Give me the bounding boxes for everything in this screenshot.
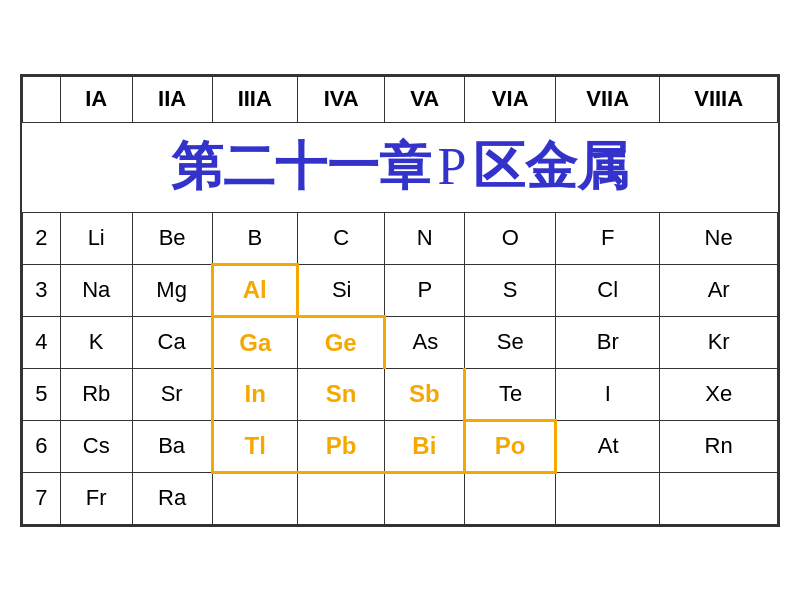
period-7-empty-3 (385, 472, 465, 524)
period-7-empty-1 (212, 472, 298, 524)
period-4-num: 4 (23, 316, 61, 368)
title-row: 第二十一章 P 区金属 (23, 122, 778, 212)
period-4-row: 4 K Ca Ga Ge As Se Br Kr (23, 316, 778, 368)
element-Li: Li (60, 212, 132, 264)
element-Kr: Kr (660, 316, 778, 368)
element-As: As (385, 316, 465, 368)
element-Si: Si (298, 264, 385, 316)
period-2-row: 2 Li Be B C N O F Ne (23, 212, 778, 264)
title-p: P (438, 138, 467, 195)
element-K: K (60, 316, 132, 368)
title-rest: 区金属 (473, 137, 629, 195)
period-7-empty-6 (660, 472, 778, 524)
header-IVA: IVA (298, 76, 385, 122)
period-5-num: 5 (23, 368, 61, 420)
period-7-empty-4 (465, 472, 556, 524)
period-7-empty-5 (556, 472, 660, 524)
header-VIA: VIA (465, 76, 556, 122)
period-3-num: 3 (23, 264, 61, 316)
header-row: IA IIA IIIA IVA VA VIA VIIA VIIIA (23, 76, 778, 122)
period-2-num: 2 (23, 212, 61, 264)
element-Tl: Tl (212, 420, 298, 472)
element-Bi: Bi (385, 420, 465, 472)
element-Ca: Ca (132, 316, 212, 368)
periodic-table-container: IA IIA IIIA IVA VA VIA VIIA VIIIA 第二十一章 … (20, 74, 780, 527)
element-Sn: Sn (298, 368, 385, 420)
element-Ga: Ga (212, 316, 298, 368)
element-Ba: Ba (132, 420, 212, 472)
title-cell: 第二十一章 P 区金属 (23, 122, 778, 212)
element-Ne: Ne (660, 212, 778, 264)
element-At: At (556, 420, 660, 472)
element-S: S (465, 264, 556, 316)
element-Cs: Cs (60, 420, 132, 472)
element-P: P (385, 264, 465, 316)
element-Sb: Sb (385, 368, 465, 420)
header-IIA: IIA (132, 76, 212, 122)
header-IIIA: IIIA (212, 76, 298, 122)
period-7-empty-2 (298, 472, 385, 524)
element-Mg: Mg (132, 264, 212, 316)
element-C: C (298, 212, 385, 264)
period-7-num: 7 (23, 472, 61, 524)
element-Ar: Ar (660, 264, 778, 316)
element-Sr: Sr (132, 368, 212, 420)
element-Pb: Pb (298, 420, 385, 472)
element-I: I (556, 368, 660, 420)
element-F: F (556, 212, 660, 264)
period-7-row: 7 Fr Ra (23, 472, 778, 524)
period-6-num: 6 (23, 420, 61, 472)
periodic-table: IA IIA IIIA IVA VA VIA VIIA VIIIA 第二十一章 … (22, 76, 778, 525)
element-Be: Be (132, 212, 212, 264)
element-Cl: Cl (556, 264, 660, 316)
element-Xe: Xe (660, 368, 778, 420)
element-Po: Po (465, 420, 556, 472)
element-Ra: Ra (132, 472, 212, 524)
element-O: O (465, 212, 556, 264)
header-VIIIA: VIIIA (660, 76, 778, 122)
element-Fr: Fr (60, 472, 132, 524)
period-5-row: 5 Rb Sr In Sn Sb Te I Xe (23, 368, 778, 420)
header-VIIA: VIIA (556, 76, 660, 122)
element-Na: Na (60, 264, 132, 316)
element-Br: Br (556, 316, 660, 368)
element-N: N (385, 212, 465, 264)
element-Rn: Rn (660, 420, 778, 472)
element-Te: Te (465, 368, 556, 420)
element-Se: Se (465, 316, 556, 368)
header-VA: VA (385, 76, 465, 122)
period-6-row: 6 Cs Ba Tl Pb Bi Po At Rn (23, 420, 778, 472)
element-Al: Al (212, 264, 298, 316)
element-Rb: Rb (60, 368, 132, 420)
title-chinese: 第二十一章 (171, 137, 431, 195)
element-Ge: Ge (298, 316, 385, 368)
header-IA: IA (60, 76, 132, 122)
header-empty (23, 76, 61, 122)
element-In: In (212, 368, 298, 420)
period-3-row: 3 Na Mg Al Si P S Cl Ar (23, 264, 778, 316)
element-B: B (212, 212, 298, 264)
